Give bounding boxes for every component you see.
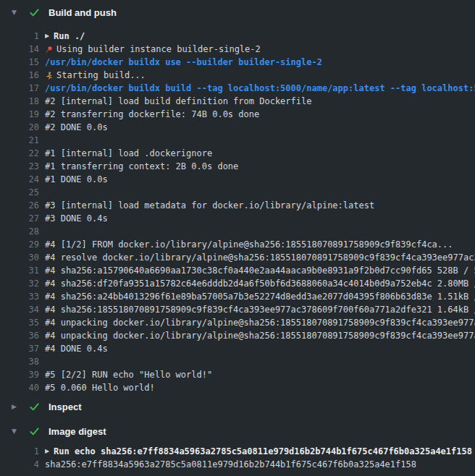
expand-step-icon[interactable]: ▶ [45,449,54,454]
line-number[interactable]: 36 [0,331,39,341]
log-line: 25 [0,186,475,199]
log-text: #3 DONE 0.4s [45,213,475,224]
log-line: 19 #2 transferring dockerfile: 74B 0.0s … [0,108,475,121]
log-text: #4 sha256:df20fa9351a15782c64e6dddb2d4a6… [45,279,475,289]
section-title: Image digest [49,426,106,437]
log-text: sha256:e7ff8834a5963a2785c5a0811e979d16b… [45,459,475,469]
log-line: 38 [0,355,475,368]
line-number[interactable]: 14 [0,44,39,54]
log-line: 40 #5 0.060 Hello world! [0,381,475,394]
log-text: #1 transferring context: 2B 0.0s done [45,161,475,171]
line-number[interactable]: 24 [0,174,39,184]
line-number[interactable]: 35 [0,318,39,328]
section-header-image-digest[interactable]: ▼ Image digest [0,419,475,443]
log-line: 4 sha256:e7ff8834a5963a2785c5a0811e979d1… [0,458,475,471]
log-line: 26 #3 [internal] load metadata for docke… [0,199,475,212]
log-text: #4 DONE 0.4s [45,344,475,354]
line-number[interactable]: 4 [0,459,39,469]
chevron-down-icon[interactable]: ▼ [12,9,21,16]
line-number[interactable]: 25 [0,187,39,197]
log-line: 28 [0,225,475,238]
log-text: ▶ Run echo sha256:e7ff8834a5963a2785c5a0… [45,446,475,456]
line-number[interactable]: 21 [0,135,39,145]
line-number[interactable]: 18 [0,96,39,106]
line-number[interactable]: 20 [0,122,39,132]
line-number[interactable]: 37 [0,344,39,354]
log-line: 30 #4 resolve docker.io/library/alpine@s… [0,251,475,264]
log-text: #5 [2/2] RUN echo "Hello world!" [45,370,475,380]
log-line: 39 #5 [2/2] RUN echo "Hello world!" [0,368,475,381]
line-number[interactable]: 34 [0,305,39,315]
log-line: 14 Using builder instance builder-single… [0,43,475,56]
log-text: ▶ Run ./ [45,31,475,41]
section-header-inspect[interactable]: ▶ Inspect [0,394,475,419]
line-number[interactable]: 26 [0,200,39,211]
line-number[interactable]: 1 [0,31,39,41]
log-text: #1 DONE 0.0s [45,174,475,184]
line-number[interactable]: 32 [0,279,39,289]
log-text: #4 [1/2] FROM docker.io/library/alpine@s… [45,239,475,250]
log-text: #4 unpacking docker.io/library/alpine@sh… [45,318,475,328]
log-line: 1 ▶ Run ./ [0,30,475,43]
log-text: Using builder instance builder-single-2 [45,44,475,54]
log-line: 17 /usr/bin/docker buildx build --tag lo… [0,82,475,95]
expand-step-icon[interactable]: ▶ [45,33,54,39]
line-number[interactable]: 17 [0,83,39,93]
log-line: 23 #1 transferring context: 2B 0.0s done [0,160,475,173]
chevron-right-icon[interactable]: ▶ [12,404,21,410]
pushpin-icon [45,45,53,54]
log-line: 37 #4 DONE 0.4s [0,342,475,355]
line-number[interactable]: 23 [0,161,39,171]
line-number[interactable]: 33 [0,292,39,302]
log-text: #4 sha256:a15790640a6690aa1730c38cf0a440… [45,265,475,276]
log-text: #4 resolve docker.io/library/alpine@sha2… [45,252,475,263]
log-text: #4 unpacking docker.io/library/alpine@sh… [45,331,475,341]
runner-icon [45,71,53,80]
log-line: 24 #1 DONE 0.0s [0,173,475,186]
line-number[interactable]: 29 [0,239,39,250]
log-line: 21 [0,134,475,147]
log-line: 20 #2 DONE 0.0s [0,121,475,134]
log-line: 18 #2 [internal] load build definition f… [0,95,475,108]
section-title: Inspect [49,401,82,412]
line-number[interactable]: 22 [0,148,39,158]
log-block-image-digest: 1 ▶ Run echo sha256:e7ff8834a5963a2785c5… [0,443,475,471]
chevron-down-icon[interactable]: ▼ [12,428,21,435]
section-title: Build and push [49,7,117,18]
success-check-icon [29,7,40,18]
line-number[interactable]: 40 [0,383,39,393]
log-text: /usr/bin/docker buildx use --builder bui… [45,57,475,67]
log-line: 1 ▶ Run echo sha256:e7ff8834a5963a2785c5… [0,445,475,458]
log-line: 27 #3 DONE 0.4s [0,212,475,225]
log-text: #2 transferring dockerfile: 74B 0.0s don… [45,109,475,119]
line-number[interactable]: 19 [0,109,39,119]
log-text: #2 DONE 0.0s [45,122,475,132]
log-text: #4 sha256:a24bb4013296f61e89ba57005a7b3e… [45,292,475,302]
log-text: #2 [internal] load build definition from… [45,96,475,106]
line-number[interactable]: 31 [0,265,39,276]
log-line: 36 #4 unpacking docker.io/library/alpine… [0,329,475,342]
log-line: 29 #4 [1/2] FROM docker.io/library/alpin… [0,238,475,251]
line-number[interactable]: 39 [0,370,39,380]
log-text: #4 sha256:185518070891758909c9f839cf4ca3… [45,305,475,315]
log-text: Starting build... [45,70,475,80]
log-line: 31 #4 sha256:a15790640a6690aa1730c38cf0a… [0,264,475,277]
success-check-icon [29,401,40,412]
log-line: 32 #4 sha256:df20fa9351a15782c64e6dddb2d… [0,277,475,290]
section-header-build-and-push[interactable]: ▼ Build and push [0,0,475,25]
line-number[interactable]: 15 [0,57,39,67]
log-line: 22 #1 [internal] load .dockerignore [0,147,475,160]
log-text: #3 [internal] load metadata for docker.i… [45,200,475,211]
log-line: 34 #4 sha256:185518070891758909c9f839cf4… [0,303,475,316]
line-number[interactable]: 28 [0,226,39,237]
line-number[interactable]: 1 [0,446,39,456]
line-number[interactable]: 16 [0,70,39,80]
line-number[interactable]: 38 [0,357,39,367]
log-line: 35 #4 unpacking docker.io/library/alpine… [0,316,475,329]
actions-log-viewer: ▼ Build and push 1 ▶ Run ./ 14 Using bui… [0,0,475,471]
log-line: 15 /usr/bin/docker buildx use --builder … [0,56,475,69]
log-text: /usr/bin/docker buildx build --tag local… [45,83,475,93]
log-text: #1 [internal] load .dockerignore [45,148,475,158]
line-number[interactable]: 30 [0,252,39,263]
line-number[interactable]: 27 [0,213,39,224]
